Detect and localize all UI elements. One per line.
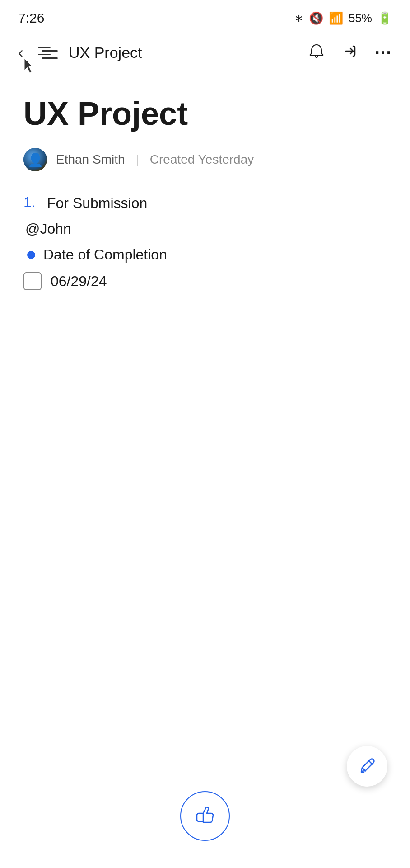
edit-icon — [358, 757, 377, 776]
doc-content: 1. For Submission @John Date of Completi… — [23, 194, 387, 290]
author-name: Ethan Smith — [56, 152, 125, 167]
checkbox-input[interactable] — [23, 272, 42, 290]
nav-bar: ‹ UX Project — [0, 33, 410, 73]
numbered-list-item: 1. For Submission — [23, 194, 387, 212]
status-icons: ∗ 🔇 📶 55% 🔋 — [294, 11, 392, 25]
battery-indicator: 55% — [349, 11, 372, 25]
page-title: UX Project — [23, 96, 387, 132]
bullet-item-text: Date of Completion — [43, 246, 167, 263]
notification-button[interactable] — [308, 42, 325, 63]
status-time: 7:26 — [18, 10, 44, 26]
outline-icon[interactable] — [38, 47, 58, 59]
cursor-icon — [23, 57, 35, 74]
created-text: Created Yesterday — [150, 152, 254, 167]
nav-right: ··· — [308, 42, 392, 63]
checkbox-label: 06/29/24 — [51, 273, 107, 290]
mute-icon: 🔇 — [309, 11, 323, 25]
list-item-text: For Submission — [47, 194, 147, 212]
wifi-icon: 📶 — [329, 11, 343, 25]
status-bar: 7:26 ∗ 🔇 📶 55% 🔋 — [0, 0, 410, 33]
mention-text: @John — [23, 221, 387, 237]
author-divider: | — [136, 152, 139, 167]
avatar-image — [23, 148, 47, 171]
bluetooth-icon: ∗ — [294, 12, 303, 24]
content-area: UX Project Ethan Smith | Created Yesterd… — [0, 73, 410, 290]
more-options-button[interactable]: ··· — [375, 43, 392, 62]
thumbs-up-icon — [193, 804, 217, 828]
share-button[interactable] — [341, 42, 359, 63]
bullet-list-item: Date of Completion — [23, 246, 387, 263]
edit-fab-button[interactable] — [347, 746, 387, 787]
checkbox-item: 06/29/24 — [23, 272, 387, 290]
avatar — [23, 148, 47, 171]
list-number: 1. — [23, 194, 40, 211]
battery-icon: 🔋 — [377, 11, 392, 25]
like-fab-button[interactable] — [180, 791, 230, 841]
nav-title: UX Project — [69, 44, 142, 61]
svg-marker-0 — [24, 58, 33, 73]
nav-left: ‹ UX Project — [18, 44, 308, 61]
author-row: Ethan Smith | Created Yesterday — [23, 148, 387, 171]
bullet-dot — [27, 251, 35, 259]
